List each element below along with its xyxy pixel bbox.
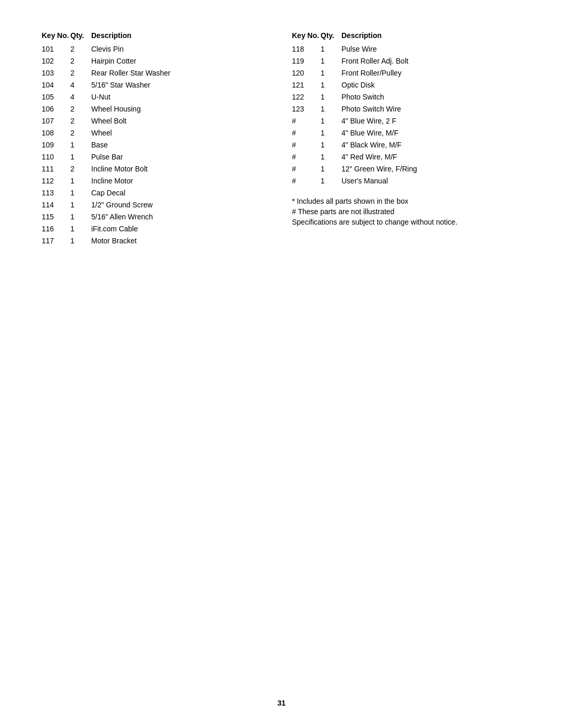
qty-cell: 1 [70, 152, 91, 163]
columns-wrapper: Key No. Qty. Description 101 2 Clevis Pi… [42, 31, 521, 248]
left-header-key-no: Key No. [42, 31, 70, 40]
key-no-cell: 101 [42, 44, 70, 55]
qty-cell: 1 [70, 200, 91, 211]
description-cell: iFit.com Cable [91, 224, 271, 235]
description-cell: 12" Green Wire, F/Ring [341, 164, 521, 175]
key-no-cell: 115 [42, 212, 70, 223]
table-row: 122 1 Photo Switch [292, 92, 521, 103]
key-no-cell: # [292, 128, 321, 139]
note-text: Specifications are subject to change wit… [292, 218, 521, 226]
table-row: 119 1 Front Roller Adj. Bolt [292, 56, 521, 67]
description-cell: 5/16" Star Washer [91, 80, 271, 91]
table-row: 113 1 Cap Decal [42, 188, 271, 199]
qty-cell: 1 [321, 152, 341, 163]
table-row: # 1 4" Blue Wire, 2 F [292, 116, 521, 127]
description-cell: User's Manual [341, 176, 521, 187]
description-cell: 4" Blue Wire, 2 F [341, 116, 521, 127]
table-row: 121 1 Optic Disk [292, 80, 521, 91]
table-row: 104 4 5/16" Star Washer [42, 80, 271, 91]
table-row: 109 1 Base [42, 140, 271, 151]
right-header-qty: Qty. [321, 31, 341, 40]
description-cell: Pulse Bar [91, 152, 271, 163]
qty-cell: 1 [321, 44, 341, 55]
description-cell: Wheel [91, 128, 271, 139]
notes-section: * Includes all parts shown in the box# T… [292, 197, 521, 226]
page-number: 31 [277, 699, 286, 707]
key-no-cell: # [292, 140, 321, 151]
qty-cell: 1 [321, 104, 341, 115]
table-row: 112 1 Incline Motor [42, 176, 271, 187]
description-cell: U-Nut [91, 92, 271, 103]
description-cell: Rear Roller Star Washer [91, 68, 271, 79]
qty-cell: 2 [70, 128, 91, 139]
table-row: # 1 User's Manual [292, 176, 521, 187]
key-no-cell: # [292, 152, 321, 163]
description-cell: Wheel Bolt [91, 116, 271, 127]
key-no-cell: 107 [42, 116, 70, 127]
table-row: 114 1 1/2" Ground Screw [42, 200, 271, 211]
table-row: 116 1 iFit.com Cable [42, 224, 271, 235]
key-no-cell: 109 [42, 140, 70, 151]
description-cell: Hairpin Cotter [91, 56, 271, 67]
table-row: 103 2 Rear Roller Star Washer [42, 68, 271, 79]
description-cell: Front Roller Adj. Bolt [341, 56, 521, 67]
qty-cell: 2 [70, 68, 91, 79]
qty-cell: 1 [70, 140, 91, 151]
description-cell: Pulse Wire [341, 44, 521, 55]
note-text: # These parts are not illustrated [292, 207, 521, 216]
key-no-cell: # [292, 116, 321, 127]
table-row: # 1 4" Blue Wire, M/F [292, 128, 521, 139]
qty-cell: 1 [70, 236, 91, 246]
right-column: Key No. Qty. Description 118 1 Pulse Wir… [292, 31, 521, 248]
left-header-description: Description [91, 31, 271, 40]
description-cell: Base [91, 140, 271, 151]
table-row: 117 1 Motor Bracket [42, 236, 271, 246]
key-no-cell: 102 [42, 56, 70, 67]
description-cell: 4" Black Wire, M/F [341, 140, 521, 151]
left-column: Key No. Qty. Description 101 2 Clevis Pi… [42, 31, 271, 248]
description-cell: 1/2" Ground Screw [91, 200, 271, 211]
key-no-cell: # [292, 176, 321, 187]
table-row: # 1 4" Black Wire, M/F [292, 140, 521, 151]
description-cell: Wheel Housing [91, 104, 271, 115]
table-row: 106 2 Wheel Housing [42, 104, 271, 115]
right-table-header: Key No. Qty. Description [292, 31, 521, 40]
qty-cell: 2 [70, 104, 91, 115]
qty-cell: 4 [70, 80, 91, 91]
right-header-key-no: Key No. [292, 31, 321, 40]
note-text: * Includes all parts shown in the box [292, 197, 521, 205]
right-table-body: 118 1 Pulse Wire 119 1 Front Roller Adj.… [292, 44, 521, 187]
key-no-cell: 103 [42, 68, 70, 79]
left-header-qty: Qty. [70, 31, 91, 40]
key-no-cell: 123 [292, 104, 321, 115]
table-row: 111 2 Incline Motor Bolt [42, 164, 271, 175]
table-row: # 1 12" Green Wire, F/Ring [292, 164, 521, 175]
qty-cell: 2 [70, 44, 91, 55]
left-table-header: Key No. Qty. Description [42, 31, 271, 40]
table-row: 101 2 Clevis Pin [42, 44, 271, 55]
key-no-cell: 106 [42, 104, 70, 115]
description-cell: Front Roller/Pulley [341, 68, 521, 79]
table-row: 102 2 Hairpin Cotter [42, 56, 271, 67]
key-no-cell: 111 [42, 164, 70, 175]
description-cell: 4" Blue Wire, M/F [341, 128, 521, 139]
description-cell: Optic Disk [341, 80, 521, 91]
description-cell: Photo Switch [341, 92, 521, 103]
qty-cell: 1 [321, 128, 341, 139]
key-no-cell: 108 [42, 128, 70, 139]
qty-cell: 1 [321, 116, 341, 127]
qty-cell: 2 [70, 164, 91, 175]
table-row: 123 1 Photo Switch Wire [292, 104, 521, 115]
key-no-cell: 121 [292, 80, 321, 91]
qty-cell: 1 [321, 56, 341, 67]
key-no-cell: 118 [292, 44, 321, 55]
key-no-cell: # [292, 164, 321, 175]
left-table-body: 101 2 Clevis Pin 102 2 Hairpin Cotter 10… [42, 44, 271, 246]
table-row: # 1 4" Red Wire, M/F [292, 152, 521, 163]
qty-cell: 1 [321, 164, 341, 175]
key-no-cell: 114 [42, 200, 70, 211]
table-row: 110 1 Pulse Bar [42, 152, 271, 163]
key-no-cell: 104 [42, 80, 70, 91]
qty-cell: 4 [70, 92, 91, 103]
qty-cell: 1 [321, 140, 341, 151]
